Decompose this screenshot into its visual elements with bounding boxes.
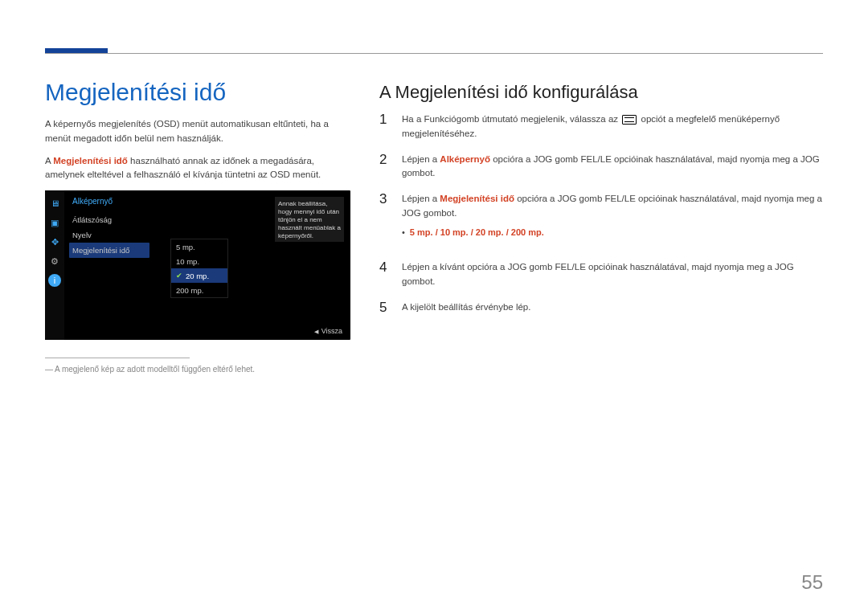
footnote-divider [45, 358, 190, 358]
monitor-icon: 🖥 [48, 197, 61, 210]
osd-option-10: 10 mp. [171, 254, 227, 268]
left-column: Megjelenítési idő A képernyős megjelenít… [45, 79, 350, 374]
menu-icon [622, 115, 637, 125]
two-column-layout: Megjelenítési idő A képernyős megjelenít… [45, 79, 823, 374]
osd-icon-strip: 🖥 ▣ ✥ ⚙ i [45, 190, 64, 340]
check-icon: ✔ [176, 272, 182, 280]
osd-option-5: 5 mp. [171, 239, 227, 254]
top-rule [45, 48, 823, 55]
move-icon: ✥ [48, 235, 61, 248]
intro-paragraph-1: A képernyős megjelenítés (OSD) menüt aut… [45, 117, 350, 146]
options-bullet: •5 mp. / 10 mp. / 20 mp. / 200 mp. [379, 232, 823, 249]
step-3: 3 Lépjen a Megjelenítési idő opcióra a J… [379, 192, 823, 221]
footnote-text: ―A megjelenő kép az adott modelltől függ… [45, 365, 350, 374]
osd-screenshot: 🖥 ▣ ✥ ⚙ i Alképernyő Átlátszóság Be Nyel… [45, 190, 350, 340]
step-1: 1 Ha a Funkciógomb útmutató megjelenik, … [379, 112, 823, 141]
picture-icon: ▣ [48, 216, 61, 229]
step-5: 5 A kijelölt beállítás érvénybe lép. [379, 300, 823, 315]
right-heading: A Megjelenítési idő konfigurálása [379, 82, 823, 103]
intro-paragraph-2: A Megjelenítési idő használható annak az… [45, 154, 350, 183]
page-number: 55 [801, 571, 823, 594]
back-triangle-icon: ◀ [314, 329, 318, 334]
osd-option-200: 200 mp. [171, 283, 227, 297]
osd-option-20: ✔20 mp. [171, 268, 227, 283]
right-column: A Megjelenítési idő konfigurálása 1 Ha a… [379, 79, 823, 374]
osd-back-label: ◀Vissza [314, 327, 342, 335]
highlighted-term: Megjelenítési idő [53, 156, 128, 166]
section-title: Megjelenítési idő [45, 79, 350, 106]
osd-main-panel: Alképernyő Átlátszóság Be Nyelv Megjelen… [64, 190, 350, 340]
osd-tooltip: Annak beállítása, hogy mennyi idő után t… [275, 197, 344, 242]
step-2: 2 Lépjen a Alképernyő opcióra a JOG gomb… [379, 153, 823, 182]
osd-row-displaytime: Megjelenítési idő [69, 243, 149, 258]
step-4: 4 Lépjen a kívánt opcióra a JOG gomb FEL… [379, 260, 823, 289]
gear-icon: ⚙ [48, 255, 61, 268]
page-content: Megjelenítési idő A képernyős megjelenít… [0, 0, 868, 406]
info-icon: i [48, 274, 61, 287]
osd-submenu: 5 mp. 10 mp. ✔20 mp. 200 mp. [170, 239, 228, 298]
